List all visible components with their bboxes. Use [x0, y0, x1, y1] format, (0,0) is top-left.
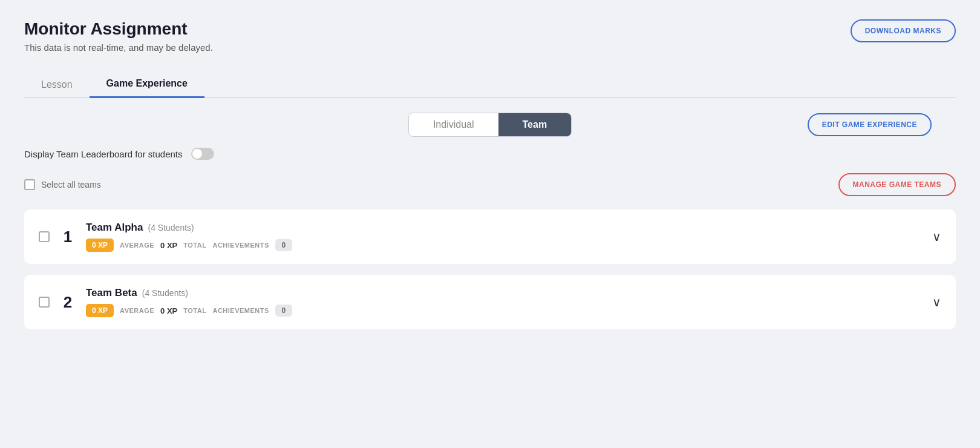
team-alpha-chevron-icon[interactable]: ∨: [932, 229, 941, 244]
team-alpha-xp-average-badge: 0 XP: [86, 239, 114, 252]
tabs-bar: Lesson Game Experience: [24, 70, 956, 98]
download-marks-button[interactable]: DOWNLOAD MARKS: [851, 19, 956, 42]
team-beta-name-row: Team Beta (4 Students): [86, 287, 941, 299]
leaderboard-label: Display Team Leaderboard for students: [24, 149, 183, 159]
team-beta-name: Team Beta: [86, 287, 137, 299]
team-beta-rank: 2: [59, 293, 76, 312]
page-title: Monitor Assignment: [24, 19, 213, 39]
team-card-alpha: 1 Team Alpha (4 Students) 0 XP AVERAGE 0…: [24, 209, 956, 264]
select-all-checkbox[interactable]: [24, 179, 35, 190]
team-beta-students: (4 Students): [142, 288, 188, 298]
team-alpha-xp-total-value: 0 XP: [160, 241, 177, 250]
team-alpha-checkbox[interactable]: [39, 231, 50, 242]
segment-section: Individual Team EDIT GAME EXPERIENCE: [24, 113, 956, 137]
team-alpha-stats: 0 XP AVERAGE 0 XP TOTAL ACHIEVEMENTS 0: [86, 239, 941, 252]
team-alpha-achievements-label: ACHIEVEMENTS: [212, 242, 269, 249]
team-alpha-name-row: Team Alpha (4 Students): [86, 222, 941, 234]
select-all-left: Select all teams: [24, 179, 101, 190]
leaderboard-toggle[interactable]: [191, 148, 214, 160]
team-beta-xp-average-badge: 0 XP: [86, 304, 114, 317]
page-subtitle: This data is not real-time, and may be d…: [24, 42, 213, 53]
team-alpha-name: Team Alpha: [86, 222, 143, 234]
team-beta-achievements-count: 0: [275, 305, 292, 317]
individual-team-toggle: Individual Team: [408, 113, 572, 137]
select-all-row: Select all teams MANAGE GAME TEAMS: [24, 173, 956, 196]
team-segment-button[interactable]: Team: [498, 113, 572, 136]
individual-segment-button[interactable]: Individual: [409, 113, 498, 136]
team-beta-stats: 0 XP AVERAGE 0 XP TOTAL ACHIEVEMENTS 0: [86, 304, 941, 317]
team-beta-xp-total-value: 0 XP: [160, 306, 177, 315]
team-card-beta: 2 Team Beta (4 Students) 0 XP AVERAGE 0 …: [24, 275, 956, 329]
team-beta-total-label: TOTAL: [183, 307, 206, 314]
team-alpha-rank: 1: [59, 228, 76, 246]
team-alpha-info: Team Alpha (4 Students) 0 XP AVERAGE 0 X…: [86, 222, 941, 252]
team-beta-average-label: AVERAGE: [120, 307, 154, 314]
select-all-label[interactable]: Select all teams: [41, 180, 101, 189]
team-beta-info: Team Beta (4 Students) 0 XP AVERAGE 0 XP…: [86, 287, 941, 317]
team-alpha-achievements-count: 0: [275, 239, 292, 251]
team-beta-chevron-icon[interactable]: ∨: [932, 295, 941, 309]
edit-game-experience-button[interactable]: EDIT GAME EXPERIENCE: [808, 113, 932, 136]
team-alpha-students: (4 Students): [148, 223, 194, 232]
manage-game-teams-button[interactable]: MANAGE GAME TEAMS: [838, 173, 956, 196]
team-beta-achievements-label: ACHIEVEMENTS: [212, 307, 269, 314]
tab-lesson[interactable]: Lesson: [24, 71, 90, 98]
tab-game-experience[interactable]: Game Experience: [90, 71, 204, 98]
team-alpha-total-label: TOTAL: [183, 242, 206, 249]
team-beta-checkbox[interactable]: [39, 297, 50, 308]
leaderboard-row: Display Team Leaderboard for students: [24, 148, 956, 160]
team-alpha-average-label: AVERAGE: [120, 242, 154, 249]
